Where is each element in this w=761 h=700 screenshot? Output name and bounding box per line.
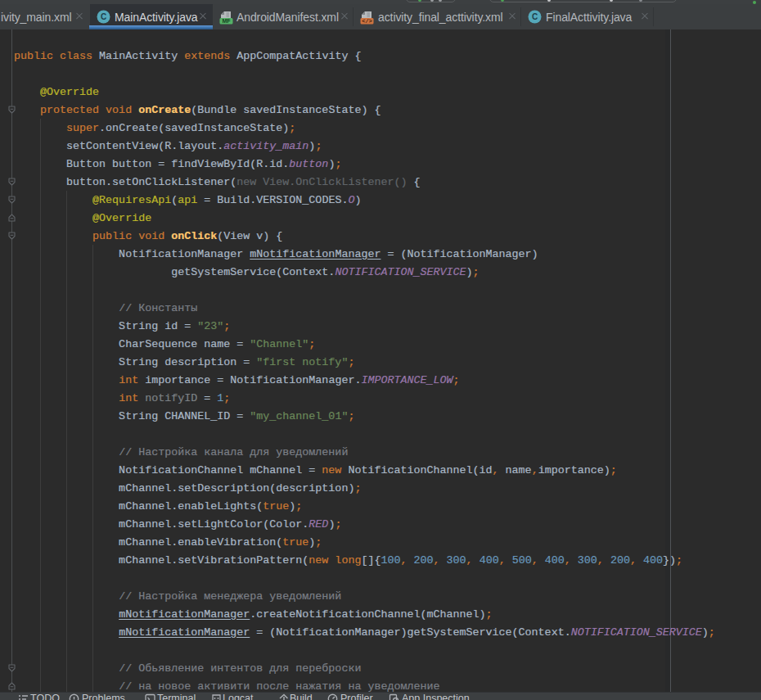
svg-text:MF: MF [222,18,231,24]
svg-text:C: C [101,12,106,21]
svg-text:C: C [532,12,538,21]
svg-text:</>: </> [362,18,372,25]
